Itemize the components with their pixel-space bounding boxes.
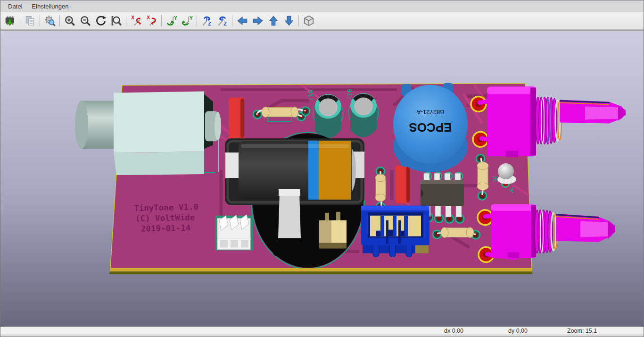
toolbar-separator bbox=[298, 15, 299, 26]
svg-text:(C) VoltWide: (C) VoltWide bbox=[135, 212, 195, 223]
svg-text:D2: D2 bbox=[492, 176, 497, 182]
render-options-button[interactable] bbox=[42, 14, 58, 28]
ortho-view-icon bbox=[303, 15, 315, 27]
ortho-view-button[interactable] bbox=[301, 14, 316, 28]
resistor bbox=[477, 158, 488, 195]
redraw-button[interactable] bbox=[93, 14, 108, 28]
toolbar-separator bbox=[197, 15, 197, 26]
zoom-fit-button[interactable] bbox=[108, 14, 124, 28]
rotate-y-neg-icon: Y bbox=[165, 15, 178, 27]
film-capacitor bbox=[396, 166, 410, 203]
reload-board-icon bbox=[4, 15, 17, 27]
menu-datei[interactable]: Datei bbox=[3, 1, 27, 12]
rotate-y-neg-button[interactable]: Y bbox=[164, 14, 179, 28]
move-up-icon bbox=[267, 15, 280, 27]
audio-jack bbox=[75, 92, 221, 175]
inductor: B82721-A EPCOS bbox=[393, 83, 468, 172]
move-left-icon bbox=[236, 15, 248, 27]
rotate-z-neg-icon: Z bbox=[201, 15, 213, 27]
toolbar-separator bbox=[126, 15, 126, 26]
copy-image-button[interactable] bbox=[22, 14, 38, 28]
pcb-3d-scene: TinyTone V1.0 (C) VoltWide 2019-01-14 /1… bbox=[0, 31, 644, 327]
status-dx: dx 0,00 bbox=[444, 328, 463, 334]
move-right-icon bbox=[252, 15, 264, 27]
redraw-icon bbox=[95, 15, 107, 27]
rotate-x-neg-button[interactable]: X bbox=[128, 14, 144, 28]
status-zoom: Zoom: 15,1 bbox=[567, 328, 597, 334]
move-left-button[interactable] bbox=[234, 14, 250, 28]
inductor-part-label: B82721-A bbox=[417, 109, 444, 116]
potentiometer bbox=[491, 204, 615, 258]
rotate-x-pos-button[interactable]: X bbox=[144, 14, 159, 28]
copy-image-icon bbox=[24, 15, 36, 27]
toolbar-separator bbox=[232, 15, 232, 26]
molex-connector bbox=[215, 215, 253, 251]
toolbar-separator bbox=[40, 15, 40, 26]
toolbar-separator bbox=[161, 15, 162, 26]
rotate-y-pos-button[interactable]: Y bbox=[179, 14, 195, 28]
reload-board-button[interactable] bbox=[2, 14, 18, 28]
window-bottom-edge bbox=[0, 335, 644, 337]
move-up-button[interactable] bbox=[265, 14, 281, 28]
svg-text:/16: /16 bbox=[307, 90, 314, 101]
rotate-z-neg-button[interactable]: Z bbox=[199, 14, 215, 28]
toolbar-separator bbox=[59, 15, 60, 26]
battery-strap bbox=[278, 189, 301, 238]
zoom-out-button[interactable] bbox=[77, 14, 93, 28]
render-options-icon bbox=[44, 15, 56, 27]
toolbar-separator bbox=[20, 15, 20, 26]
3d-viewport-canvas[interactable]: TinyTone V1.0 (C) VoltWide 2019-01-14 /1… bbox=[0, 30, 644, 327]
svg-text:TinyTone V1.0: TinyTone V1.0 bbox=[134, 202, 198, 213]
move-down-icon bbox=[283, 15, 295, 27]
film-capacitor bbox=[229, 98, 244, 139]
potentiometer bbox=[487, 87, 626, 158]
status-dy: dy 0,00 bbox=[508, 328, 528, 334]
svg-text:Z: Z bbox=[208, 21, 211, 26]
svg-text:2019-01-14: 2019-01-14 bbox=[141, 223, 191, 234]
svg-text:Y: Y bbox=[189, 16, 192, 21]
zoom-out-icon bbox=[79, 15, 91, 27]
menu-einstellungen[interactable]: Einstellungen bbox=[27, 1, 73, 12]
svg-text:/16: /16 bbox=[346, 89, 353, 100]
svg-text:X: X bbox=[147, 15, 150, 20]
svg-text:Y: Y bbox=[173, 16, 177, 21]
zoom-fit-icon bbox=[110, 15, 123, 27]
statusbar: dx 0,00 dy 0,00 Zoom: 15,1 bbox=[0, 327, 644, 335]
3d-viewer-window: Datei Einstellungen bbox=[0, 0, 644, 337]
inductor-brand-label: EPCOS bbox=[409, 121, 452, 134]
rotate-y-pos-icon: Y bbox=[181, 15, 193, 27]
electrolytic-capacitor bbox=[350, 93, 377, 137]
pin-header bbox=[361, 206, 429, 257]
rotate-z-pos-button[interactable]: Z bbox=[215, 14, 230, 28]
electrolytic-capacitor bbox=[315, 94, 341, 138]
zoom-in-icon bbox=[64, 15, 76, 27]
toolbar: X X Y Y bbox=[0, 12, 644, 30]
rotate-x-neg-icon: X bbox=[130, 15, 142, 27]
svg-text:Z: Z bbox=[223, 21, 227, 26]
resistor bbox=[257, 107, 302, 117]
svg-text:X: X bbox=[131, 15, 134, 20]
resistor bbox=[437, 227, 476, 238]
rotate-x-pos-icon: X bbox=[146, 15, 158, 27]
move-down-button[interactable] bbox=[281, 14, 297, 28]
move-right-button[interactable] bbox=[250, 14, 265, 28]
board-silkscreen-text: TinyTone V1.0 (C) VoltWide 2019-01-14 bbox=[134, 202, 199, 234]
rotate-z-pos-icon: Z bbox=[216, 15, 229, 27]
menubar: Datei Einstellungen bbox=[0, 0, 644, 12]
svg-text:K: K bbox=[511, 189, 513, 194]
zoom-in-button[interactable] bbox=[62, 14, 77, 28]
